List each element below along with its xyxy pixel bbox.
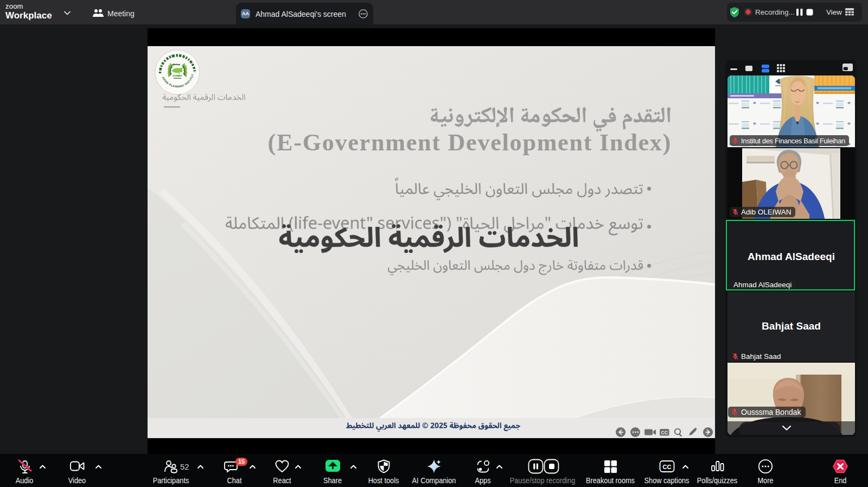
svg-text:CC: CC — [661, 430, 668, 435]
svg-text:CC: CC — [663, 464, 672, 470]
svg-text:KUWAIT: KUWAIT — [173, 74, 182, 77]
